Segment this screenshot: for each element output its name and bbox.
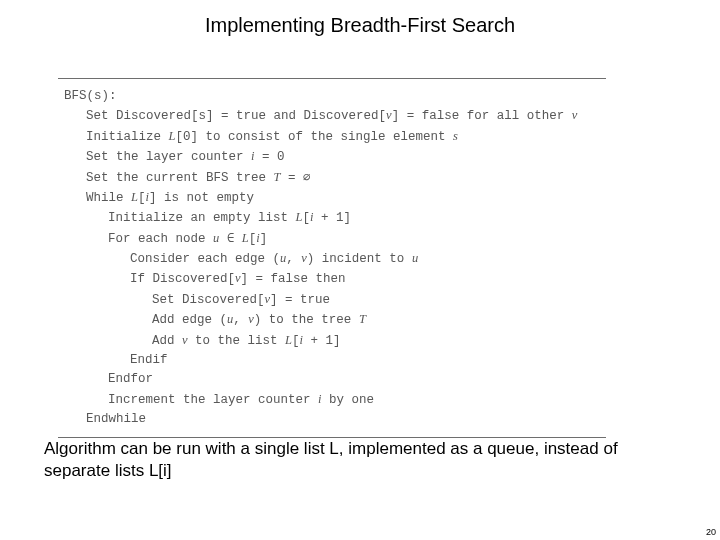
algo-line: If Discovered[v] = false then [58, 269, 606, 289]
algo-line: Set the current BFS tree T = ∅ [58, 168, 606, 188]
algo-line: Increment the layer counter i by one [58, 390, 606, 410]
algo-line: Initialize an empty list L[i + 1] [58, 208, 606, 228]
algo-line: Endif [58, 351, 606, 370]
algo-line: Set the layer counter i = 0 [58, 147, 606, 167]
algo-line: Add v to the list L[i + 1] [58, 331, 606, 351]
algo-line: BFS(s): [58, 87, 606, 106]
algo-line: Endfor [58, 370, 606, 389]
algo-line: Consider each edge (u, v) incident to u [58, 249, 606, 269]
algo-line: Endwhile [58, 410, 606, 429]
slide-title: Implementing Breadth-First Search [0, 14, 720, 37]
algorithm-block: BFS(s): Set Discovered[s] = true and Dis… [58, 78, 606, 438]
slide: Implementing Breadth-First Search BFS(s)… [0, 0, 720, 540]
caption-text: Algorithm can be run with a single list … [44, 438, 684, 483]
algo-line: Initialize L[0] to consist of the single… [58, 127, 606, 147]
algo-line: While L[i] is not empty [58, 188, 606, 208]
algo-line: For each node u ∈ L[i] [58, 229, 606, 249]
algo-line: Set Discovered[s] = true and Discovered[… [58, 106, 606, 126]
algo-line: Add edge (u, v) to the tree T [58, 310, 606, 330]
page-number: 20 [706, 527, 716, 537]
algo-line: Set Discovered[v] = true [58, 290, 606, 310]
